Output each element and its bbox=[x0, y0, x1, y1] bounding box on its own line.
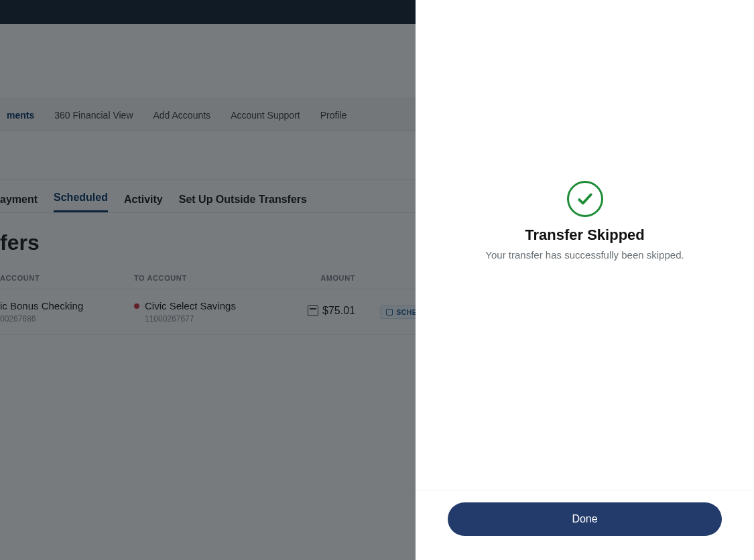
from-account-number: 00267686 bbox=[0, 314, 134, 324]
to-account-name: Civic Select Savings bbox=[134, 300, 288, 311]
nav-item-payments[interactable]: ments bbox=[7, 110, 34, 121]
nav-item-add-accounts[interactable]: Add Accounts bbox=[153, 110, 211, 121]
status-icon bbox=[386, 309, 393, 316]
transfer-amount: $75.01 bbox=[308, 305, 355, 317]
confirmation-panel: Transfer Skipped Your transfer has succe… bbox=[416, 0, 754, 560]
success-check-icon bbox=[567, 181, 603, 217]
amount-value: $75.01 bbox=[322, 305, 355, 317]
col-header-amount: AMOUNT bbox=[288, 274, 369, 282]
tab-activity[interactable]: Activity bbox=[124, 194, 163, 212]
calendar-icon bbox=[308, 305, 318, 316]
nav-item-support[interactable]: Account Support bbox=[231, 110, 300, 121]
col-header-from: ACCOUNT bbox=[0, 274, 134, 282]
tab-payment[interactable]: ayment bbox=[0, 194, 38, 212]
col-header-to: TO ACCOUNT bbox=[134, 274, 288, 282]
nav-item-profile[interactable]: Profile bbox=[320, 110, 347, 121]
to-account-label: Civic Select Savings bbox=[145, 300, 236, 311]
account-dot-icon bbox=[134, 303, 139, 309]
panel-subtitle: Your transfer has successfully been skip… bbox=[485, 249, 684, 261]
tab-scheduled[interactable]: Scheduled bbox=[54, 192, 108, 212]
tab-setup-transfers[interactable]: Set Up Outside Transfers bbox=[179, 194, 307, 212]
done-button[interactable]: Done bbox=[448, 502, 722, 536]
to-account-number: 11000267677 bbox=[134, 314, 288, 324]
panel-footer: Done bbox=[416, 490, 754, 560]
panel-body: Transfer Skipped Your transfer has succe… bbox=[416, 0, 754, 490]
panel-title: Transfer Skipped bbox=[525, 226, 645, 244]
nav-item-360[interactable]: 360 Financial View bbox=[54, 110, 133, 121]
from-account-name: ic Bonus Checking bbox=[0, 300, 134, 311]
